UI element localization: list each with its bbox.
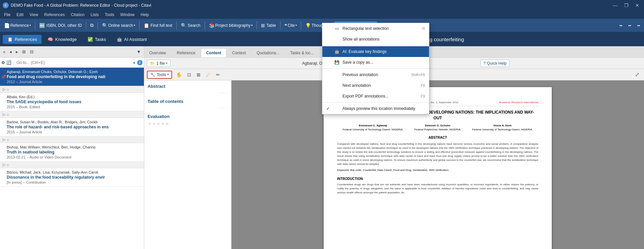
tab-references[interactable]: 📋 References bbox=[3, 35, 42, 44]
search-back-button[interactable]: ◄ bbox=[132, 60, 136, 65]
dd-preview-label: Always preview this location immediately bbox=[342, 106, 415, 111]
menu-view[interactable]: View bbox=[27, 12, 41, 18]
maximize-button[interactable]: ❐ bbox=[622, 2, 631, 9]
project-bibliography-button[interactable]: 📚 Project bibliography ▾ bbox=[206, 21, 255, 29]
tab-overview[interactable]: Overview bbox=[144, 48, 171, 57]
menu-references[interactable]: References bbox=[42, 12, 67, 18]
list-item[interactable]: Bitzios, Michail; Jack, Lisa; Krzyzaniak… bbox=[0, 168, 144, 187]
settings-icon[interactable]: ⚙ bbox=[1, 60, 5, 65]
list-item[interactable]: 📌 Agbaraji, Emmanuel Chuks; Ochulor, Deb… bbox=[0, 68, 144, 86]
search-button[interactable]: 🔍 Search bbox=[178, 21, 203, 29]
table-icon: ⊞ bbox=[261, 23, 265, 28]
select-tool-icon[interactable]: ⊡ bbox=[185, 71, 193, 78]
toolbar-separator3 bbox=[98, 21, 98, 29]
highlight-icon[interactable]: 🖊 bbox=[204, 71, 213, 78]
tab-tasks[interactable]: ✅ Tasks bbox=[83, 35, 111, 44]
left-panel-forward-button[interactable]: ▸ bbox=[14, 48, 20, 55]
table-button[interactable]: ⊞ Table bbox=[258, 21, 279, 29]
toc-section: Table of contents · · · · · bbox=[148, 99, 228, 110]
ref-author: Agbaraji, Emmanuel Chuks; Ochulor, Debor… bbox=[7, 70, 141, 74]
menu-tools[interactable]: Tools bbox=[102, 12, 117, 18]
quick-help-button[interactable]: ? Quick Help bbox=[480, 60, 509, 67]
abstract-more: · · · · · bbox=[148, 91, 228, 95]
minimize-button[interactable]: — bbox=[611, 2, 620, 9]
search-input[interactable] bbox=[15, 60, 130, 66]
dd-ai-evaluate[interactable]: 🤖 AI: Evaluate key findings bbox=[322, 46, 429, 57]
left-panel-view2-button[interactable]: ⊟ bbox=[28, 48, 35, 55]
annotate-icon[interactable]: ✏ bbox=[214, 71, 222, 78]
duplicate-button[interactable]: ⧉ bbox=[88, 21, 96, 29]
dd-save-copy[interactable]: 💾 Save a copy as... bbox=[322, 57, 429, 68]
search-info-button[interactable]: ℹ bbox=[137, 60, 143, 65]
online-search-button[interactable]: 🔍 Online search ▾ bbox=[99, 21, 138, 29]
file-button[interactable]: 📁 1 file ▾ bbox=[147, 60, 170, 67]
tab-ai-assistant[interactable]: 🤖 AI Assistant bbox=[112, 35, 152, 44]
tab-quotations[interactable]: Quotations... bbox=[252, 48, 284, 57]
search-bar: ⚙ 🔄 | ◄ ℹ bbox=[0, 58, 144, 68]
panel-layout-3-button[interactable]: ▪▪ bbox=[634, 22, 643, 29]
dd-separator1 bbox=[322, 45, 429, 46]
dd-rect-select[interactable]: ▭ Rectangular text selection R bbox=[322, 23, 429, 34]
window-controls[interactable]: — ❐ ✕ bbox=[611, 2, 641, 9]
group-icon: ○ bbox=[7, 163, 9, 167]
find-full-text-button[interactable]: 📋 Find full text bbox=[141, 21, 175, 29]
list-item[interactable]: Albala, Ken (Ed.) The SAGE encyclopedia … bbox=[0, 93, 144, 111]
app-logo: C bbox=[3, 2, 9, 8]
group-icon: ○ bbox=[7, 87, 9, 91]
menu-window[interactable]: Window bbox=[118, 12, 138, 18]
menu-help[interactable]: Help bbox=[138, 12, 152, 18]
tab-knowledge[interactable]: 🧠 Knowledge bbox=[43, 35, 81, 44]
ref-title: The role of hazard- and risk-based appro… bbox=[7, 125, 141, 129]
ref-title: Food and drug counterfeiting in the deve… bbox=[7, 74, 141, 79]
tab-context[interactable]: Context bbox=[227, 48, 251, 57]
dd-prev-annotation[interactable]: Previous annotation Shift+F8 bbox=[322, 69, 429, 80]
project-bib-arrow: ▾ bbox=[251, 24, 253, 27]
dd-export-pdf[interactable]: Export PDF annotations... F9 bbox=[322, 91, 429, 102]
star-rating[interactable]: ★★★★★ bbox=[148, 121, 228, 126]
toolbar-separator8 bbox=[280, 21, 280, 29]
close-button[interactable]: ✕ bbox=[633, 2, 641, 9]
toolbar-separator9 bbox=[301, 21, 301, 29]
dd-check-preview: ✓ bbox=[326, 107, 332, 111]
hand-tool-icon[interactable]: ✋ bbox=[174, 71, 184, 78]
titlebar-left: C DEMO Fake Food - A Global Problem: Ref… bbox=[3, 2, 151, 8]
panel-layout-1-button[interactable]: ▪▪ bbox=[616, 22, 625, 29]
list-item[interactable]: Bishop, Mac William; Werschkul, Ben; Hod… bbox=[0, 143, 144, 162]
author2-affil: Federal Polytechnic Nekede, NIGERIA. bbox=[414, 128, 461, 132]
file-dropdown-arrow: ▾ bbox=[166, 62, 167, 65]
left-panel-back-button[interactable]: ◂ bbox=[8, 48, 13, 55]
tab-content[interactable]: Content bbox=[201, 48, 226, 57]
ref-author: Bishop, Mac William; Werschkul, Ben; Hod… bbox=[7, 145, 141, 149]
author3-affil: Federal University of Technology Owerri,… bbox=[472, 128, 533, 132]
expand-icon[interactable]: ⤢ bbox=[633, 70, 641, 79]
search-mode-icon[interactable]: 🔄 bbox=[6, 60, 11, 65]
tab-tasks-loc[interactable]: Tasks & loc... bbox=[285, 48, 319, 57]
zoom-icon[interactable]: ⊠ bbox=[195, 71, 203, 78]
help-icon: ? bbox=[483, 61, 486, 66]
list-item[interactable]: Barlow, Susan M.; Boobis, Alan R.; Bridg… bbox=[0, 118, 144, 136]
cite-button[interactable]: ❝ Cite ▾ bbox=[282, 21, 300, 29]
author2-name: Deborah O. Ochulor bbox=[414, 124, 461, 128]
menu-edit[interactable]: Edit bbox=[14, 12, 26, 18]
tab-reference[interactable]: Reference bbox=[172, 48, 200, 57]
search-bar-separator: | bbox=[13, 60, 14, 65]
isbn-button[interactable]: 🔤 ISBN, DOI, other ID bbox=[37, 21, 84, 29]
dd-ai-icon: 🤖 bbox=[334, 49, 340, 55]
menu-lists[interactable]: Lists bbox=[88, 12, 102, 18]
left-panel-collapse-button[interactable]: « bbox=[1, 48, 7, 55]
left-panel-view1-button[interactable]: ⊞ bbox=[20, 48, 28, 55]
menu-file[interactable]: File bbox=[1, 12, 13, 18]
ref-year: 2015 – Journal Article bbox=[7, 130, 141, 134]
group-collapse-icon: ▷ bbox=[3, 163, 5, 167]
reference-button[interactable]: 📄 Reference ▾ bbox=[1, 21, 34, 29]
filter-button[interactable]: ▼ bbox=[135, 48, 143, 55]
toc-more: · · · · · bbox=[148, 106, 228, 110]
tools-button[interactable]: 🔧 Tools ▾ bbox=[147, 71, 172, 79]
dd-show-annotations[interactable]: Show all annotations bbox=[322, 34, 429, 45]
menu-citation[interactable]: Citation bbox=[68, 12, 87, 18]
evaluation-label: Evaluation bbox=[148, 114, 228, 119]
dd-next-annotation[interactable]: Next annotation F8 bbox=[322, 80, 429, 91]
group-collapse-icon: ▷ bbox=[3, 137, 5, 142]
dd-always-preview[interactable]: ✓ Always preview this location immediate… bbox=[322, 103, 429, 114]
panel-layout-2-button[interactable]: ▪▪ bbox=[626, 22, 634, 29]
